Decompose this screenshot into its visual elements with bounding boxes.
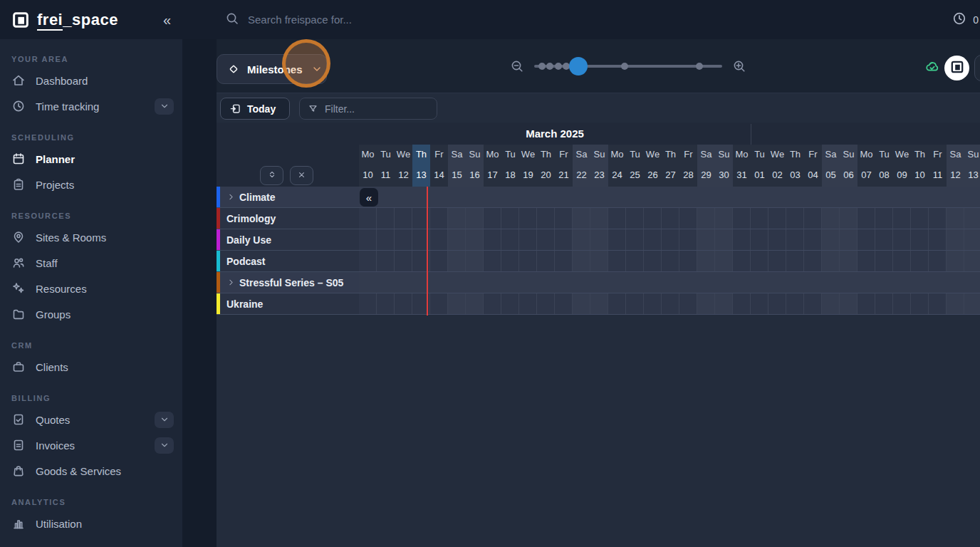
grid-cell[interactable] <box>501 251 519 271</box>
row-grid[interactable] <box>359 272 980 293</box>
grid-cell[interactable] <box>466 293 484 314</box>
sidebar-item-sites-rooms[interactable]: Sites & Rooms <box>0 224 182 250</box>
grid-cell[interactable] <box>573 251 590 271</box>
grid-cell[interactable] <box>644 229 662 250</box>
grid-cell[interactable] <box>840 251 858 271</box>
grid-cell[interactable] <box>875 293 893 314</box>
grid-cell[interactable] <box>519 293 537 314</box>
grid-cell[interactable] <box>858 208 875 229</box>
grid-cell[interactable] <box>377 251 395 271</box>
grid-cell[interactable] <box>947 208 964 229</box>
grid-cell[interactable] <box>377 229 395 250</box>
filter-input[interactable] <box>325 103 417 115</box>
grid-cell[interactable] <box>911 229 929 250</box>
grid-cell[interactable] <box>697 208 715 229</box>
row-label-daily-use[interactable]: Daily Use <box>217 229 359 251</box>
grid-cell[interactable] <box>929 229 947 250</box>
grid-cell[interactable] <box>733 293 751 314</box>
sidebar-item-utilisation[interactable]: Utilisation <box>0 511 182 536</box>
clipped-edge-button[interactable] <box>974 55 980 81</box>
grid-cell[interactable] <box>377 208 395 229</box>
grid-cell[interactable] <box>466 251 484 271</box>
grid-cell[interactable] <box>804 229 822 250</box>
grid-cell[interactable] <box>840 229 858 250</box>
grid-cell[interactable] <box>430 229 448 250</box>
grid-cell[interactable] <box>519 229 537 250</box>
grid-cell[interactable] <box>751 293 768 314</box>
grid-cell[interactable] <box>786 208 804 229</box>
grid-cell[interactable] <box>822 208 840 229</box>
grid-cell[interactable] <box>395 229 412 250</box>
grid-cell[interactable] <box>626 293 644 314</box>
grid-cell[interactable] <box>430 208 448 229</box>
zoom-in-icon[interactable] <box>732 59 746 73</box>
grid-cell[interactable] <box>484 293 501 314</box>
grid-cell[interactable] <box>626 208 644 229</box>
sidebar-item-goods-services[interactable]: Goods & Services <box>0 458 182 484</box>
grid-cell[interactable] <box>662 293 679 314</box>
grid-cell[interactable] <box>590 229 608 250</box>
grid-cell[interactable] <box>430 251 448 271</box>
view-selector-button[interactable]: Milestones <box>217 54 327 84</box>
grid-cell[interactable] <box>395 293 412 314</box>
sidebar-item-projects[interactable]: Projects <box>0 172 182 197</box>
grid-cell[interactable] <box>875 208 893 229</box>
sidebar-item-dashboard[interactable]: Dashboard <box>0 68 182 93</box>
row-label-crimology[interactable]: Crimology <box>217 208 359 229</box>
expand-collapse-all-button[interactable] <box>260 166 283 185</box>
grid-cell[interactable] <box>947 251 964 271</box>
grid-cell[interactable] <box>733 251 751 271</box>
grid-cell[interactable] <box>804 293 822 314</box>
collapse-label-column-button[interactable]: « <box>360 188 378 207</box>
grid-cell[interactable] <box>608 208 626 229</box>
grid-cell[interactable] <box>911 251 929 271</box>
grid-cell[interactable] <box>448 293 466 314</box>
grid-cell[interactable] <box>715 293 733 314</box>
grid-cell[interactable] <box>822 293 840 314</box>
sidebar-collapse-button[interactable]: « <box>163 13 171 27</box>
grid-cell[interactable] <box>858 229 875 250</box>
grid-cell[interactable] <box>573 293 590 314</box>
grid-cell[interactable] <box>626 251 644 271</box>
grid-cell[interactable] <box>679 251 697 271</box>
grid-cell[interactable] <box>911 208 929 229</box>
grid-cell[interactable] <box>537 229 555 250</box>
grid-cell[interactable] <box>679 293 697 314</box>
sidebar-item-clients[interactable]: Clients <box>0 354 182 380</box>
grid-cell[interactable] <box>768 208 786 229</box>
grid-cell[interactable] <box>537 293 555 314</box>
grid-cell[interactable] <box>697 293 715 314</box>
search-input[interactable] <box>248 14 547 26</box>
grid-cell[interactable] <box>626 229 644 250</box>
grid-cell[interactable] <box>840 293 858 314</box>
grid-cell[interactable] <box>537 251 555 271</box>
grid-cell[interactable] <box>359 229 377 250</box>
grid-cell[interactable] <box>964 229 980 250</box>
grid-cell[interactable] <box>929 208 947 229</box>
grid-cell[interactable] <box>484 229 501 250</box>
grid-cell[interactable] <box>484 208 501 229</box>
grid-cell[interactable] <box>662 229 679 250</box>
grid-cell[interactable] <box>804 208 822 229</box>
grid-cell[interactable] <box>858 293 875 314</box>
grid-cell[interactable] <box>804 251 822 271</box>
grid-cell[interactable] <box>501 208 519 229</box>
grid-cell[interactable] <box>893 208 911 229</box>
zoom-slider-track[interactable] <box>534 65 722 68</box>
grid-cell[interactable] <box>662 208 679 229</box>
grid-cell[interactable] <box>715 208 733 229</box>
row-label-ukraine[interactable]: Ukraine <box>217 293 359 315</box>
grid-cell[interactable] <box>840 208 858 229</box>
grid-cell[interactable] <box>893 251 911 271</box>
grid-cell[interactable] <box>947 229 964 250</box>
grid-cell[interactable] <box>751 208 768 229</box>
grid-cell[interactable] <box>501 293 519 314</box>
grid-cell[interactable] <box>573 229 590 250</box>
grid-cell[interactable] <box>608 251 626 271</box>
grid-cell[interactable] <box>430 293 448 314</box>
grid-cell[interactable] <box>662 251 679 271</box>
grid-cell[interactable] <box>573 208 590 229</box>
row-grid[interactable] <box>359 229 980 251</box>
grid-cell[interactable] <box>858 251 875 271</box>
row-label-podcast[interactable]: Podcast <box>217 251 359 272</box>
